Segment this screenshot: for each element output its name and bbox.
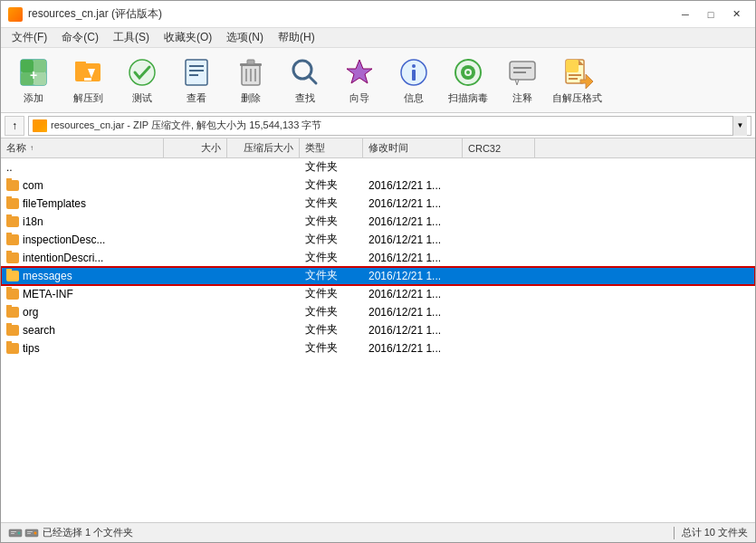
app-icon: [8, 7, 23, 22]
toolbar-icon-test: [126, 56, 158, 89]
svg-marker-23: [347, 60, 372, 83]
file-size-cell: [164, 311, 227, 313]
folder-icon: [6, 307, 19, 318]
menu-item-o[interactable]: 收藏夹(O): [157, 28, 219, 47]
file-modified-cell: [363, 167, 463, 168]
menu-item-f[interactable]: 文件(F): [5, 28, 54, 47]
table-row[interactable]: com文件夹2016/12/21 1...: [1, 176, 755, 195]
navigate-up-button[interactable]: ↑: [5, 116, 24, 136]
svg-rect-7: [75, 62, 86, 65]
toolbar-label-comment: 注释: [512, 91, 532, 105]
menu-bar: 文件(F)命令(C)工具(S)收藏夹(O)选项(N)帮助(H): [1, 28, 755, 48]
toolbar-icon-scan: [452, 56, 484, 89]
col-header-type[interactable]: 类型: [300, 138, 363, 157]
table-row[interactable]: tips文件夹2016/12/21 1...: [1, 339, 755, 357]
file-crc-cell: [463, 257, 535, 259]
file-name-cell: fileTemplates: [1, 196, 164, 211]
svg-point-49: [34, 531, 37, 534]
col-header-modified[interactable]: 修改时间: [363, 138, 463, 157]
file-size-cell: [164, 329, 227, 331]
window-controls: ─ □ ✕: [674, 5, 748, 24]
toolbar-btn-extract[interactable]: 解压到: [62, 52, 113, 109]
svg-rect-14: [189, 74, 198, 76]
status-divider: [674, 527, 675, 539]
file-compressed-cell: [227, 185, 300, 186]
table-row[interactable]: fileTemplates文件夹2016/12/21 1...: [1, 195, 755, 213]
toolbar-btn-scan[interactable]: 扫描病毒: [443, 52, 493, 109]
menu-item-n[interactable]: 选项(N): [219, 28, 271, 47]
minimize-button[interactable]: ─: [674, 5, 697, 24]
file-list-body[interactable]: ..文件夹com文件夹2016/12/21 1...fileTemplates文…: [1, 158, 755, 522]
toolbar-btn-comment[interactable]: 注释: [497, 52, 548, 109]
file-modified-cell: 2016/12/21 1...: [363, 214, 463, 229]
col-header-size[interactable]: 大小: [164, 138, 227, 157]
file-compressed-cell: [227, 221, 300, 223]
toolbar-btn-info[interactable]: 信息: [388, 52, 439, 109]
title-bar: resources_cn.jar (评估版本) ─ □ ✕: [1, 1, 755, 28]
col-header-name[interactable]: 名称 ↑: [1, 138, 164, 157]
window-title: resources_cn.jar (评估版本): [28, 6, 162, 22]
file-size-cell: [164, 185, 227, 186]
menu-item-s[interactable]: 工具(S): [106, 28, 157, 47]
toolbar-label-find: 查找: [295, 91, 315, 105]
file-type-cell: 文件夹: [300, 303, 363, 320]
file-modified-cell: 2016/12/21 1...: [363, 323, 463, 338]
file-compressed-cell: [227, 257, 300, 259]
file-compressed-cell: [227, 293, 300, 295]
hdd-icon: [8, 528, 23, 538]
svg-rect-9: [84, 78, 91, 81]
file-modified-cell: 2016/12/21 1...: [363, 196, 463, 211]
table-row[interactable]: inspectionDesc...文件夹2016/12/21 1...: [1, 231, 755, 249]
table-row[interactable]: messages文件夹2016/12/21 1...: [1, 267, 755, 285]
file-compressed-cell: [227, 275, 300, 277]
toolbar-btn-sfx[interactable]: 自解压格式: [551, 52, 602, 109]
file-name-cell: i18n: [1, 214, 164, 229]
toolbar-btn-find[interactable]: 查找: [280, 52, 330, 109]
sort-arrow: ↑: [30, 144, 33, 152]
col-header-crc[interactable]: CRC32: [463, 138, 535, 157]
table-row[interactable]: org文件夹2016/12/21 1...: [1, 303, 755, 321]
col-header-compressed[interactable]: 压缩后大小: [227, 138, 300, 157]
table-row[interactable]: i18n文件夹2016/12/21 1...: [1, 213, 755, 231]
toolbar-label-delete: 删除: [241, 91, 261, 105]
file-size-cell: [164, 257, 227, 259]
table-row[interactable]: ..文件夹: [1, 158, 755, 176]
file-type-cell: 文件夹: [300, 231, 363, 248]
menu-item-h[interactable]: 帮助(H): [271, 28, 322, 47]
file-size-cell: [164, 203, 227, 205]
file-name-cell: intentionDescri...: [1, 251, 164, 265]
svg-rect-39: [569, 74, 581, 76]
toolbar-btn-add[interactable]: + 添加: [8, 52, 59, 109]
file-type-cell: 文件夹: [300, 249, 363, 266]
file-size-cell: [164, 348, 227, 349]
path-dropdown-button[interactable]: ▼: [732, 116, 747, 136]
file-list-container: 名称 ↑ 大小 压缩后大小 类型 修改时间 CRC32 ..文件夹com文件夹2…: [1, 138, 755, 522]
menu-item-c[interactable]: 命令(C): [54, 28, 106, 47]
close-button[interactable]: ✕: [724, 5, 748, 24]
file-name-cell: META-INF: [1, 287, 164, 301]
file-name-cell: search: [1, 323, 164, 338]
file-crc-cell: [463, 348, 535, 349]
toolbar-icon-wizard: [343, 56, 376, 89]
toolbar-btn-view[interactable]: 查看: [171, 52, 222, 109]
svg-rect-40: [569, 78, 578, 80]
file-crc-cell: [463, 275, 535, 277]
file-crc-cell: [463, 221, 535, 223]
svg-point-25: [412, 64, 416, 68]
path-bar: ↑ resources_cn.jar - ZIP 压缩文件, 解包大小为 15,…: [1, 113, 755, 138]
maximize-button[interactable]: □: [699, 5, 723, 24]
table-row[interactable]: search文件夹2016/12/21 1...: [1, 321, 755, 339]
svg-text:+: +: [30, 68, 37, 82]
toolbar-icon-view: [180, 56, 213, 89]
toolbar-btn-wizard[interactable]: 向导: [334, 52, 385, 109]
folder-icon: [6, 343, 19, 354]
file-modified-cell: 2016/12/21 1...: [363, 251, 463, 265]
svg-rect-43: [11, 531, 16, 532]
table-row[interactable]: intentionDescri...文件夹2016/12/21 1...: [1, 249, 755, 267]
table-row[interactable]: META-INF文件夹2016/12/21 1...: [1, 285, 755, 303]
toolbar-btn-delete[interactable]: 删除: [225, 52, 276, 109]
file-crc-cell: [463, 329, 535, 331]
file-name-cell: inspectionDesc...: [1, 233, 164, 247]
toolbar-btn-test[interactable]: 测试: [117, 52, 167, 109]
file-type-cell: 文件夹: [300, 176, 363, 194]
